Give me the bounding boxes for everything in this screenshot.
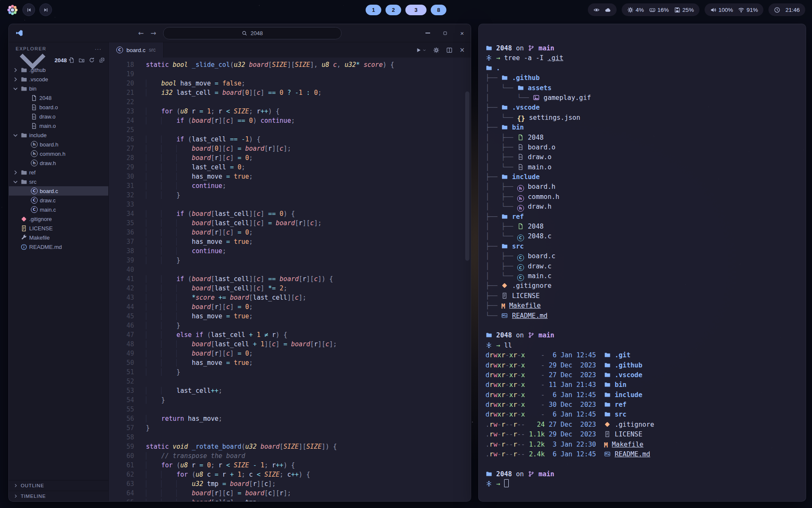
file-row-README.md[interactable]: README.md bbox=[9, 242, 108, 251]
terminal-line: ├── LICENSE bbox=[486, 291, 799, 301]
file-row-common.h[interactable]: hcommon.h bbox=[9, 149, 108, 158]
disk-value: 25% bbox=[683, 7, 694, 13]
media-next-button[interactable] bbox=[39, 3, 52, 16]
readme-icon bbox=[501, 312, 508, 319]
file-row-src[interactable]: src bbox=[9, 177, 108, 186]
cbadge-icon: C bbox=[31, 197, 38, 204]
project-root-row[interactable]: 2048 bbox=[9, 55, 108, 65]
workspace-1[interactable]: 1 bbox=[366, 5, 381, 15]
chevron-right-icon bbox=[13, 483, 18, 488]
file-row-ref[interactable]: ref bbox=[9, 168, 108, 177]
explorer-more-button[interactable]: ··· bbox=[95, 46, 102, 52]
file-row-draw.c[interactable]: Cdraw.c bbox=[9, 196, 108, 205]
file-row-draw.o[interactable]: 01draw.o bbox=[9, 112, 108, 121]
tab-board-c[interactable]: C board.c src bbox=[109, 42, 164, 58]
tab-bar: C board.c src × bbox=[109, 42, 471, 58]
readme-icon bbox=[604, 451, 611, 457]
maximize-button[interactable] bbox=[443, 31, 447, 36]
terminal-output: 2048 on main → tree -a -I .git .├── .git… bbox=[479, 24, 806, 489]
launcher-logo-icon[interactable] bbox=[7, 4, 18, 16]
refresh-explorer-button[interactable] bbox=[89, 57, 95, 63]
media-previous-icon bbox=[26, 7, 32, 13]
file-row-board.o[interactable]: 01board.o bbox=[9, 102, 108, 112]
file-row-LICENSE[interactable]: LICENSE bbox=[9, 224, 108, 233]
terminal-line: └── README.md bbox=[486, 311, 799, 321]
clock-widget[interactable]: 21:46 bbox=[768, 3, 805, 16]
folder-icon bbox=[486, 471, 492, 477]
snowflake-icon bbox=[486, 480, 492, 487]
terminal-window[interactable]: 2048 on main → tree -a -I .git .├── .git… bbox=[478, 24, 806, 502]
cbadge-icon: C bbox=[31, 206, 38, 213]
code-line-63: 63 u32 tmp = board[r][c]; bbox=[109, 479, 471, 489]
volume-stat: 100% bbox=[710, 7, 733, 13]
file-label: include bbox=[29, 132, 47, 138]
terminal-line: │ ├── 01 board.o bbox=[486, 143, 799, 152]
terminal-line: │ ├── h board.h bbox=[486, 182, 799, 192]
wifi-icon bbox=[738, 7, 744, 13]
workspace-8[interactable]: 8 bbox=[431, 5, 447, 15]
system-stats[interactable]: 4% 16% 25% bbox=[622, 3, 700, 16]
terminal-line: │ └── C 2048.c bbox=[486, 232, 799, 241]
file-row-board.h[interactable]: hboard.h bbox=[9, 140, 108, 149]
code-line-46: 46 } bbox=[109, 321, 471, 330]
file-label: draw.c bbox=[40, 197, 56, 204]
code-line-27: 27 board[0][c] = board[r][c]; bbox=[109, 144, 471, 153]
git-icon bbox=[604, 421, 611, 428]
audio-network[interactable]: 100% 91% bbox=[705, 3, 764, 16]
close-window-button[interactable]: × bbox=[460, 30, 464, 37]
terminal-line: │ ├── 2048 bbox=[486, 222, 799, 232]
file-row-.github[interactable]: .github bbox=[9, 65, 108, 75]
code-line-64: 64 board[r][c] = board[c][r]; bbox=[109, 489, 471, 498]
snowflake-icon bbox=[486, 342, 492, 348]
file-row-bin[interactable]: bin bbox=[9, 84, 108, 93]
code-line-28: 28 board[r][c] = 0; bbox=[109, 153, 471, 163]
file-label: LICENSE bbox=[29, 225, 53, 232]
terminal-line: drwxr-xr-x - 11 Jan 21:43 bin bbox=[486, 380, 799, 390]
image-icon bbox=[533, 94, 540, 101]
file-row-.vscode[interactable]: .vscode bbox=[9, 75, 108, 84]
terminal-line: drwxr-xr-x - 6 Jan 12:45 include bbox=[486, 390, 799, 400]
close-editor-button[interactable]: × bbox=[459, 46, 465, 54]
file-row-main.o[interactable]: 01main.o bbox=[9, 121, 108, 130]
file-row-include[interactable]: include bbox=[9, 130, 108, 140]
code-line-21: 21 i32 last_cell = board[0][c] == 0 ? -1… bbox=[109, 88, 471, 97]
file-row-.gitignore[interactable]: .gitignore bbox=[9, 214, 108, 224]
file-row-main.c[interactable]: Cmain.c bbox=[9, 205, 108, 214]
split-editor-button[interactable] bbox=[446, 47, 453, 53]
file-row-draw.h[interactable]: hdraw.h bbox=[9, 158, 108, 168]
file-row-board.c[interactable]: Cboard.c bbox=[9, 186, 108, 196]
file-row-2048[interactable]: 2048 bbox=[9, 93, 108, 102]
workspace-3[interactable]: 3 bbox=[406, 5, 427, 15]
minimize-button[interactable] bbox=[425, 33, 430, 33]
outline-panel[interactable]: OUTLINE bbox=[9, 480, 108, 491]
eye-icon bbox=[593, 7, 600, 13]
run-file-button[interactable] bbox=[415, 47, 426, 53]
file-row-Makefile[interactable]: Makefile bbox=[9, 233, 108, 242]
terminal-line: │ ├── C board.c bbox=[486, 251, 799, 261]
nav-forward-button[interactable]: → bbox=[151, 29, 156, 37]
timeline-panel[interactable]: TIMELINE bbox=[9, 491, 108, 501]
new-file-button[interactable] bbox=[69, 57, 74, 63]
terminal-line: 2048 on main bbox=[486, 469, 799, 479]
new-folder-button[interactable] bbox=[79, 57, 85, 63]
command-search-box[interactable]: 2048 bbox=[163, 27, 341, 39]
code-editor[interactable]: 18static bool _slide_col(u32 board[SIZE]… bbox=[109, 58, 471, 501]
editor-scrollbar[interactable] bbox=[465, 91, 469, 261]
editor-titlebar[interactable]: ← → 2048 × bbox=[9, 24, 471, 42]
weather-widget[interactable] bbox=[588, 3, 617, 16]
code-line-18: 18static bool _slide_col(u32 board[SIZE]… bbox=[109, 60, 471, 69]
editor-settings-button[interactable] bbox=[433, 47, 439, 53]
code-line-22: 22 bbox=[109, 97, 471, 107]
media-previous-button[interactable] bbox=[22, 3, 35, 16]
workspace-2[interactable]: 2 bbox=[386, 5, 401, 15]
collapse-folders-button[interactable] bbox=[99, 57, 105, 63]
terminal-line: ├── bin bbox=[486, 123, 799, 133]
hbadge-icon: h bbox=[31, 150, 38, 157]
file-label: ref bbox=[29, 169, 36, 176]
chevR-icon bbox=[12, 67, 19, 73]
file-label: main.o bbox=[39, 123, 56, 129]
folder-icon bbox=[21, 132, 27, 138]
workspaces: 1238 bbox=[366, 5, 447, 15]
nav-back-button[interactable]: ← bbox=[138, 29, 144, 37]
chevD-icon bbox=[12, 179, 19, 185]
